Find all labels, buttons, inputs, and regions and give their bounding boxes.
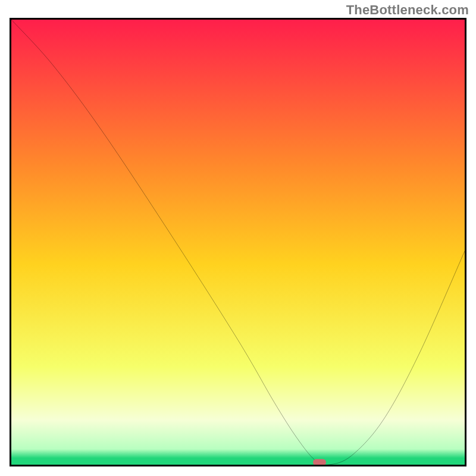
bottleneck-curve: [11, 20, 465, 465]
watermark-text: TheBottleneck.com: [346, 2, 469, 18]
optimal-point-marker: [313, 459, 326, 466]
chart-container: TheBottleneck.com: [0, 0, 476, 476]
plot-frame: [10, 18, 466, 466]
